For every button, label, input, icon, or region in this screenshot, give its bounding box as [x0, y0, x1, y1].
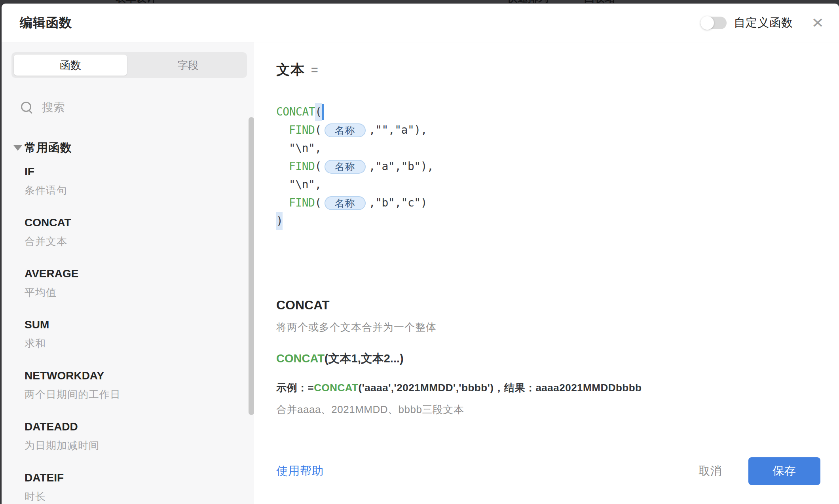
close-icon[interactable]: ✕ — [811, 16, 824, 30]
doc-function-signature: CONCAT(文本1,文本2...) — [276, 351, 839, 367]
example-text: ('aaaa','2021MMDD','bbbb')，结果：aaaa2021MM… — [358, 382, 642, 394]
function-list-item[interactable]: DATEIF时长 — [2, 462, 254, 504]
footer-buttons: 取消 保存 — [699, 457, 820, 485]
help-link[interactable]: 使用帮助 — [276, 463, 324, 479]
function-list-item[interactable]: CONCAT合并文本 — [2, 207, 254, 258]
function-description: 平均值 — [25, 286, 246, 299]
function-list-item[interactable]: DATEADD为日期加减时间 — [2, 411, 254, 462]
code-text: ( — [315, 194, 321, 212]
background-text-fragment: 表单设计 — [116, 0, 157, 4]
doc-function-name: CONCAT — [276, 298, 839, 313]
background-text-fragment: 回收站 — [584, 0, 615, 4]
editor-panel: 文本 = CONCAT(FIND(名称,"","a"),"\n",FIND(名称… — [254, 42, 839, 504]
save-button[interactable]: 保存 — [748, 457, 820, 485]
background-page-strip: 表单设计快速排列回收站 — [0, 0, 839, 4]
dialog-footer: 使用帮助 取消 保存 — [276, 457, 820, 485]
function-description: 两个日期间的工作日 — [25, 388, 246, 402]
function-list-item[interactable]: SUM求和 — [2, 309, 254, 360]
function-keyword: FIND — [289, 157, 315, 176]
field-token-pill[interactable]: 名称 — [325, 160, 366, 174]
function-sidebar: 函数 字段 常用函数IF条件语句CONCAT合并文本AVERAGE平均值SUM求… — [2, 42, 254, 504]
doc-function-example: 示例：=CONCAT('aaaa','2021MMDD','bbbb')，结果：… — [276, 381, 839, 395]
function-keyword: FIND — [289, 121, 315, 139]
field-token-pill[interactable]: 名称 — [325, 196, 366, 210]
function-name: NETWORKDAY — [25, 369, 246, 382]
signature-function-name: CONCAT — [276, 352, 325, 365]
function-description: 时长 — [25, 490, 246, 504]
search-input[interactable] — [41, 100, 245, 114]
function-name: DATEADD — [25, 421, 246, 433]
code-text: ,"a","b"), — [369, 157, 434, 176]
highlighted-paren: ) — [276, 212, 283, 230]
doc-divider — [275, 278, 822, 278]
function-list-item[interactable]: AVERAGE平均值 — [2, 258, 254, 309]
code-line: FIND(名称,"b","c") — [276, 194, 839, 212]
code-line: ) — [276, 212, 839, 230]
dialog-body: 函数 字段 常用函数IF条件语句CONCAT合并文本AVERAGE平均值SUM求… — [2, 42, 839, 504]
tab-functions[interactable]: 函数 — [14, 55, 127, 76]
equals-sign: = — [311, 63, 318, 77]
formula-editor[interactable]: CONCAT(FIND(名称,"","a"),"\n",FIND(名称,"a",… — [276, 103, 839, 230]
header-right: 自定义函数 ✕ — [700, 15, 824, 31]
function-description: 条件语句 — [25, 184, 246, 197]
dialog-header: 编辑函数 自定义函数 ✕ — [2, 4, 839, 42]
function-keyword: CONCAT — [276, 103, 315, 121]
function-name: CONCAT — [25, 216, 246, 229]
chevron-down-icon — [13, 145, 22, 151]
example-function-name: CONCAT — [314, 382, 358, 394]
function-list: 常用函数IF条件语句CONCAT合并文本AVERAGE平均值SUM求和NETWO… — [2, 140, 254, 504]
function-keyword: FIND — [289, 194, 315, 212]
tab-fields[interactable]: 字段 — [132, 55, 245, 76]
function-name: DATEIF — [25, 472, 246, 484]
code-text: ,"b","c") — [369, 194, 427, 212]
code-text: ( — [315, 157, 321, 176]
code-text: ( — [315, 121, 321, 139]
code-line: "\n", — [276, 139, 839, 157]
function-section-header[interactable]: 常用函数 — [2, 140, 254, 156]
code-text: "\n", — [289, 139, 321, 157]
function-list-item[interactable]: IF条件语句 — [2, 156, 254, 207]
edit-function-dialog: 编辑函数 自定义函数 ✕ 函数 字段 常用函数IF条件语句CONCAT合并文本A… — [2, 4, 839, 504]
result-row: 文本 = — [276, 61, 839, 79]
custom-function-label: 自定义函数 — [734, 15, 793, 31]
function-description: 求和 — [25, 337, 246, 351]
function-name: AVERAGE — [25, 267, 246, 280]
text-cursor — [322, 104, 324, 120]
code-line: FIND(名称,"a","b"), — [276, 157, 839, 176]
cancel-button[interactable]: 取消 — [699, 463, 722, 479]
custom-function-toggle[interactable] — [700, 17, 727, 29]
code-text: ,"","a"), — [369, 121, 427, 139]
section-label: 常用函数 — [25, 140, 72, 156]
highlighted-paren: ( — [315, 103, 321, 121]
function-list-item[interactable]: NETWORKDAY两个日期间的工作日 — [2, 360, 254, 411]
sidebar-tabs: 函数 字段 — [11, 52, 247, 78]
function-description: 合并文本 — [25, 235, 246, 248]
search-icon — [21, 101, 32, 113]
function-name: SUM — [25, 318, 246, 331]
code-line: CONCAT( — [276, 103, 839, 121]
search-divider — [11, 120, 245, 120]
toggle-knob — [700, 16, 714, 30]
doc-function-description: 将两个或多个文本合并为一个整体 — [276, 320, 839, 334]
function-name: IF — [25, 165, 246, 178]
signature-args: (文本1,文本2...) — [325, 352, 404, 365]
doc-function-note: 合并aaaa、2021MMDD、bbbb三段文本 — [276, 403, 839, 417]
result-field-label: 文本 — [276, 61, 305, 79]
search-bar — [21, 99, 245, 115]
code-line: FIND(名称,"","a"), — [276, 121, 839, 139]
background-text-fragment: 快速排列 — [507, 0, 549, 4]
code-text: "\n", — [289, 176, 321, 194]
field-token-pill[interactable]: 名称 — [325, 123, 366, 137]
dialog-title: 编辑函数 — [20, 14, 72, 32]
sidebar-scrollbar[interactable] — [249, 117, 254, 415]
function-description: 为日期加减时间 — [25, 439, 246, 453]
example-text: 示例：= — [276, 382, 314, 394]
code-line: "\n", — [276, 176, 839, 194]
